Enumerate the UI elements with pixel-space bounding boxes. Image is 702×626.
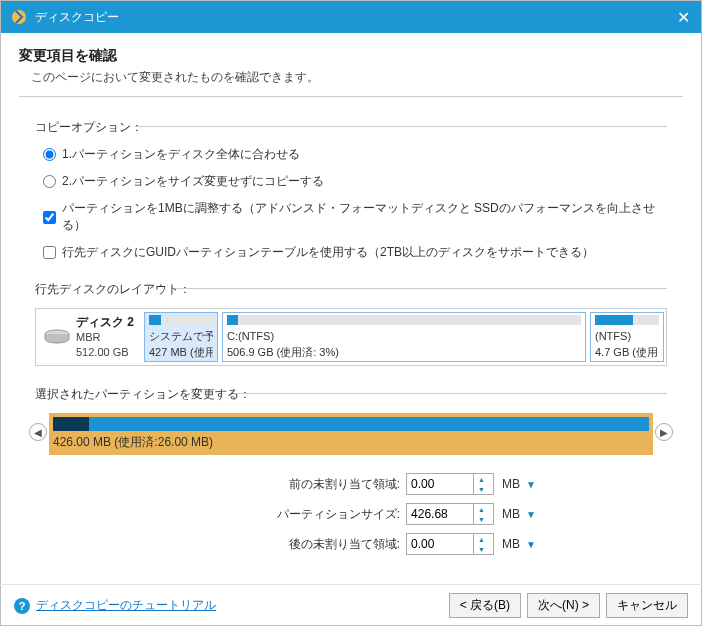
partition-size-value[interactable] <box>407 507 473 521</box>
post-unalloc-value[interactable] <box>407 537 473 551</box>
unit-dropdown-icon[interactable]: ▼ <box>526 479 536 490</box>
unit-label: MB <box>502 507 520 521</box>
help-link-area: ? ディスクコピーのチュートリアル <box>14 597 216 614</box>
section-line <box>135 126 667 127</box>
partition-edit-box[interactable]: 426.00 MB (使用済:26.00 MB) <box>49 413 653 455</box>
help-icon: ? <box>14 598 30 614</box>
disk-name: ディスク 2 <box>76 314 134 330</box>
radio-no-resize[interactable] <box>43 175 56 188</box>
copy-options-label: コピーオプション： <box>35 120 143 134</box>
edit-area: ◀ 426.00 MB (使用済:26.00 MB) ▶ <box>35 413 667 455</box>
close-icon[interactable]: ✕ <box>673 8 693 27</box>
partition-size: 427 MB (使用 <box>149 345 213 359</box>
layout-box: ディスク 2 MBR 512.00 GB システムで予約 427 MB (使用 … <box>35 308 667 366</box>
radio-fit-disk[interactable] <box>43 148 56 161</box>
field-label: パーティションサイズ: <box>166 506 406 523</box>
section-line <box>235 393 667 394</box>
post-unalloc-input[interactable]: ▲▼ <box>406 533 494 555</box>
partition-name: C:(NTFS) <box>227 329 581 343</box>
tutorial-link[interactable]: ディスクコピーのチュートリアル <box>36 597 216 614</box>
page-heading: 変更項目を確認 <box>19 47 683 65</box>
unit-label: MB <box>502 537 520 551</box>
layout-section: 行先ディスクのレイアウト： ディスク 2 MBR 512.00 GB システムで… <box>35 279 667 366</box>
footer: ? ディスクコピーのチュートリアル < 戻る(B) 次へ(N) > キャンセル <box>0 584 702 626</box>
checkbox-align-1mb[interactable] <box>43 211 56 224</box>
shrink-left-button[interactable]: ◀ <box>29 423 47 441</box>
partition-size-input[interactable]: ▲▼ <box>406 503 494 525</box>
field-partition-size: パーティションサイズ: ▲▼ MB ▼ <box>35 503 667 525</box>
edit-section: 選択されたパーティションを変更する： ◀ 426.00 MB (使用済:26.0… <box>35 384 667 555</box>
svg-point-0 <box>12 10 26 24</box>
spin-up-icon[interactable]: ▲ <box>474 474 489 484</box>
edit-label: 選択されたパーティションを変更する： <box>35 387 251 401</box>
disk-info: ディスク 2 MBR 512.00 GB <box>76 314 134 360</box>
partition-size: 506.9 GB (使用済: 3%) <box>227 345 581 359</box>
partition-system-reserved[interactable]: システムで予約 427 MB (使用 <box>144 312 218 362</box>
option-no-resize[interactable]: 2.パーティションをサイズ変更せずにコピーする <box>43 173 667 190</box>
cancel-button[interactable]: キャンセル <box>606 593 688 618</box>
unit-label: MB <box>502 477 520 491</box>
field-post-unalloc: 後の未割り当て領域: ▲▼ MB ▼ <box>35 533 667 555</box>
unit-dropdown-icon[interactable]: ▼ <box>526 539 536 550</box>
option-label: 1.パーティションをディスク全体に合わせる <box>62 146 300 163</box>
titlebar: ディスクコピー ✕ <box>1 1 701 33</box>
option-guid[interactable]: 行先ディスクにGUIDパーティションテーブルを使用する（2TB以上のディスクをサ… <box>43 244 667 261</box>
disk-type: MBR <box>76 330 134 345</box>
partition-name: (NTFS) <box>595 329 659 343</box>
option-label: パーティションを1MBに調整する（アドバンスド・フォーマットディスクと SSDの… <box>62 200 667 234</box>
app-icon <box>9 7 29 27</box>
field-label: 後の未割り当て領域: <box>166 536 406 553</box>
grow-right-button[interactable]: ▶ <box>655 423 673 441</box>
partition-edit-text: 426.00 MB (使用済:26.00 MB) <box>53 434 649 451</box>
disk-size: 512.00 GB <box>76 345 134 360</box>
partition-name: システムで予約 <box>149 329 213 343</box>
section-line <box>175 288 667 289</box>
spin-down-icon[interactable]: ▼ <box>474 484 489 494</box>
size-fields: 前の未割り当て領域: ▲▼ MB ▼ パーティションサイズ: ▲▼ MB ▼ 後… <box>35 473 667 555</box>
option-label: 2.パーティションをサイズ変更せずにコピーする <box>62 173 324 190</box>
disk-column: ディスク 2 MBR 512.00 GB <box>36 309 142 365</box>
field-label: 前の未割り当て領域: <box>166 476 406 493</box>
option-align-1mb[interactable]: パーティションを1MBに調整する（アドバンスド・フォーマットディスクと SSDの… <box>43 200 667 234</box>
disk-icon <box>42 326 72 348</box>
checkbox-guid[interactable] <box>43 246 56 259</box>
pre-unalloc-value[interactable] <box>407 477 473 491</box>
page-subheading: このページにおいて変更されたものを確認できます。 <box>31 69 683 86</box>
field-pre-unalloc: 前の未割り当て領域: ▲▼ MB ▼ <box>35 473 667 495</box>
content: 変更項目を確認 このページにおいて変更されたものを確認できます。 コピーオプショ… <box>1 33 701 555</box>
partition-bar <box>53 417 649 431</box>
copy-options-section: コピーオプション： 1.パーティションをディスク全体に合わせる 2.パーティショ… <box>35 117 667 261</box>
back-button[interactable]: < 戻る(B) <box>449 593 521 618</box>
spin-down-icon[interactable]: ▼ <box>474 544 489 554</box>
option-fit-disk[interactable]: 1.パーティションをディスク全体に合わせる <box>43 146 667 163</box>
partition-c[interactable]: C:(NTFS) 506.9 GB (使用済: 3%) <box>222 312 586 362</box>
option-label: 行先ディスクにGUIDパーティションテーブルを使用する（2TB以上のディスクをサ… <box>62 244 594 261</box>
unit-dropdown-icon[interactable]: ▼ <box>526 509 536 520</box>
next-button[interactable]: 次へ(N) > <box>527 593 600 618</box>
separator <box>19 96 683 97</box>
window-title: ディスクコピー <box>35 9 673 26</box>
spin-up-icon[interactable]: ▲ <box>474 504 489 514</box>
partition-ntfs[interactable]: (NTFS) 4.7 GB (使用 <box>590 312 664 362</box>
pre-unalloc-input[interactable]: ▲▼ <box>406 473 494 495</box>
spin-down-icon[interactable]: ▼ <box>474 514 489 524</box>
layout-label: 行先ディスクのレイアウト： <box>35 282 191 296</box>
partition-size: 4.7 GB (使用 <box>595 345 659 359</box>
spin-up-icon[interactable]: ▲ <box>474 534 489 544</box>
